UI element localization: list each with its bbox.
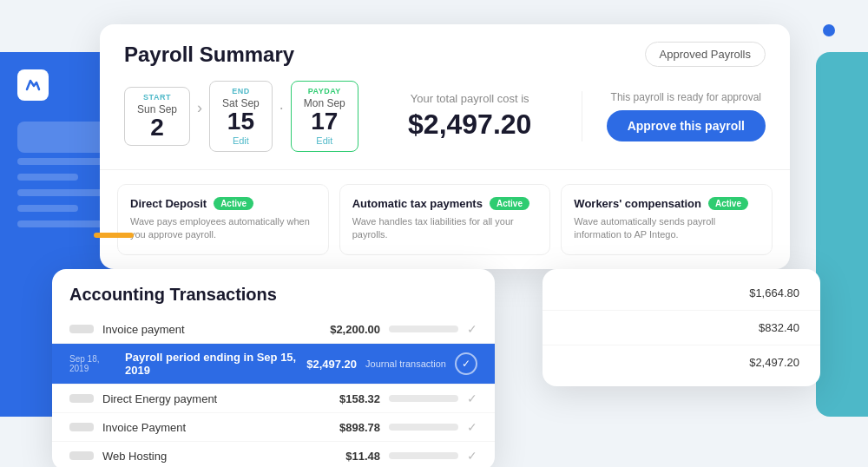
tx-bar-4 [389,452,458,459]
cost-label: Your total payroll cost is [358,92,582,105]
tx-avatar-4 [69,451,94,460]
feature-card-2: Workers' compensation Active Wave automa… [561,184,773,255]
tx-name-0: Invoice payment [102,323,321,336]
tx-avatar-3 [69,423,94,431]
payday-label: PAYDAY [304,87,345,95]
feature-desc-1: Wave handles tax liabilities for all you… [352,215,538,242]
accounting-transactions-card: Accounting Transactions Invoice payment … [52,269,495,467]
right-value-amount-0: $1,664.80 [749,286,799,299]
feature-header-0: Direct Deposit Active [130,197,316,210]
approved-payrolls-button[interactable]: Approved Payrolls [645,42,766,67]
tx-tag-1: Journal transaction [365,358,446,369]
approve-group: This payroll is ready for approval Appro… [582,91,766,141]
start-date-box: START Sun Sep 2 [124,87,190,146]
feature-header-1: Automatic tax payments Active [352,197,538,210]
end-edit-link[interactable]: Edit [222,135,260,146]
start-label: START [137,93,177,102]
accent-dot [823,24,835,36]
page-title: Payroll Summary [124,43,294,67]
sidebar-line-1 [17,158,104,165]
tx-bar-2 [389,395,458,402]
tx-name-4: Web Hosting [102,450,337,463]
tx-amount-4: $11.48 [345,450,380,463]
feature-desc-2: Wave automatically sends payroll informa… [574,215,760,242]
sidebar-line-2 [17,174,78,181]
transaction-row[interactable]: Direct Energy payment $158.32 ✓ [52,385,495,413]
right-values-list: $1,664.80$832.40$2,497.20 [542,276,820,379]
features-row: Direct Deposit Active Wave pays employee… [100,170,790,269]
feature-title-0: Direct Deposit [130,197,207,210]
active-badge-0: Active [214,197,253,210]
active-badge-2: Active [708,197,748,210]
transaction-row[interactable]: Invoice payment $2,200.00 ✓ [52,315,495,344]
payday-edit-link[interactable]: Edit [304,135,345,146]
payday-day-num: 17 [304,109,345,134]
feature-title-1: Automatic tax payments [352,197,483,210]
cost-amount: $2,497.20 [358,109,582,141]
payroll-dates-section: START Sun Sep 2 › END Sat Sep 15 Edit · … [100,81,790,170]
yellow-bar-accent [94,233,134,238]
feature-card-0: Direct Deposit Active Wave pays employee… [117,184,329,255]
right-value-row: $832.40 [542,311,820,345]
tx-bar-0 [389,326,458,332]
feature-desc-0: Wave pays employees automatically when y… [130,215,316,242]
tx-amount-1: $2,497.20 [306,358,357,371]
tx-check-2: ✓ [467,391,477,405]
right-value-row: $1,664.80 [542,276,820,311]
approve-payroll-button[interactable]: Approve this payroll [607,110,766,141]
transaction-row[interactable]: Sep 18, 2019 Payroll period ending in Se… [52,344,495,385]
sidebar-line-5 [17,220,104,227]
arrow-separator-1: › [190,99,209,135]
end-label: END [222,87,260,95]
approval-ready-text: This payroll is ready for approval [607,91,766,103]
sidebar-logo[interactable] [17,69,49,101]
tx-check-0: ✓ [467,322,477,336]
right-value-amount-2: $2,497.20 [749,356,799,369]
transaction-list: Invoice payment $2,200.00 ✓ Sep 18, 2019… [52,315,495,467]
right-values-card: $1,664.80$832.40$2,497.20 [542,269,820,386]
dates-group: START Sun Sep 2 › END Sat Sep 15 Edit · … [124,81,358,152]
tx-check-4: ✓ [467,449,477,463]
active-badge-1: Active [490,197,529,210]
accounting-title: Accounting Transactions [52,269,495,315]
tx-amount-0: $2,200.00 [330,323,380,336]
feature-card-1: Automatic tax payments Active Wave handl… [339,184,551,255]
dot-separator: · [273,99,291,135]
tx-date-1: Sep 18, 2019 [69,354,116,373]
start-day-num: 2 [137,115,177,140]
right-panel [816,52,868,417]
payroll-header: Payroll Summary Approved Payrolls [100,24,790,81]
tx-name-3: Invoice Payment [102,421,331,434]
sidebar-line-3 [17,189,104,196]
tx-check-circle-1[interactable]: ✓ [455,352,477,375]
right-value-amount-1: $832.40 [759,321,799,334]
end-day-num: 15 [222,109,260,134]
sidebar-line-4 [17,205,78,212]
payday-date-box: PAYDAY Mon Sep 17 Edit [291,81,358,152]
tx-name-2: Direct Energy payment [102,392,331,405]
transaction-row[interactable]: Invoice Payment $898.78 ✓ [52,413,495,442]
tx-name-1: Payroll period ending in Sep 15, 2019 [125,351,298,377]
tx-avatar-2 [69,394,94,403]
payroll-summary-card: Payroll Summary Approved Payrolls START … [100,24,790,269]
right-value-row: $2,497.20 [542,345,820,379]
tx-amount-2: $158.32 [339,392,380,405]
transaction-row[interactable]: Web Hosting $11.48 ✓ [52,442,495,467]
tx-avatar-0 [69,325,94,333]
tx-bar-3 [389,424,458,431]
feature-header-2: Workers' compensation Active [574,197,760,210]
tx-amount-3: $898.78 [339,421,380,434]
feature-title-2: Workers' compensation [574,197,701,210]
tx-check-3: ✓ [467,420,477,434]
cost-group: Your total payroll cost is $2,497.20 [358,92,582,141]
end-date-box: END Sat Sep 15 Edit [209,81,273,152]
